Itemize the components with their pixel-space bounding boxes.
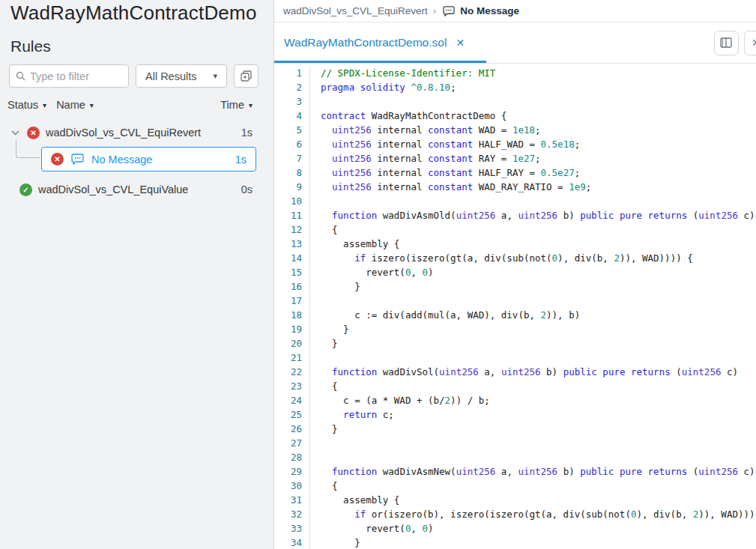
line-text bbox=[310, 194, 756, 208]
fail-status-icon: ✕ bbox=[27, 127, 40, 139]
line-number: 4 bbox=[274, 109, 310, 123]
code-line[interactable]: 29 function wadDivAsmNew(uint256 a, uint… bbox=[274, 464, 756, 479]
code-line[interactable]: 11 function wadDivAsmOld(uint256 a, uint… bbox=[274, 208, 756, 222]
code-line[interactable]: 7 uint256 internal constant RAY = 1e27; bbox=[274, 151, 756, 166]
column-status[interactable]: Status ▾ bbox=[7, 99, 46, 111]
chevron-down-icon: ▾ bbox=[213, 71, 217, 81]
column-time[interactable]: Time ▾ bbox=[220, 99, 252, 111]
rules-heading: Rules bbox=[10, 37, 51, 55]
line-number: 1 bbox=[274, 66, 310, 80]
filter-input[interactable] bbox=[30, 70, 112, 82]
chevron-down-icon[interactable] bbox=[7, 130, 22, 136]
expand-all-button[interactable] bbox=[234, 64, 258, 88]
code-line[interactable]: 23 { bbox=[274, 379, 756, 393]
sort-caret-icon: ▾ bbox=[90, 101, 94, 109]
message-bubble-icon bbox=[443, 6, 455, 16]
fail-status-icon: ✕ bbox=[51, 153, 64, 166]
sort-caret-icon: ▾ bbox=[43, 101, 46, 109]
code-line[interactable]: 28 bbox=[274, 450, 756, 464]
code-line[interactable]: 25 return c; bbox=[274, 407, 756, 422]
line-text: uint256 internal constant WAD_RAY_RATIO … bbox=[310, 180, 756, 194]
code-line[interactable]: 30 { bbox=[274, 479, 756, 493]
breadcrumb-parent[interactable]: wadDivSol_vs_CVL_EquiRevert bbox=[283, 5, 428, 16]
code-line[interactable]: 13 assembly { bbox=[274, 237, 756, 251]
active-tab-underline bbox=[274, 61, 486, 63]
line-text: { bbox=[310, 379, 756, 393]
line-text: function wadDivAsmOld(uint256 a, uint256… bbox=[310, 208, 756, 222]
line-number: 32 bbox=[274, 507, 310, 521]
line-number: 31 bbox=[274, 493, 310, 507]
column-status-label: Status bbox=[7, 99, 38, 111]
tree-row-no-message-selected[interactable]: ✕ No Message 1s bbox=[41, 147, 256, 172]
line-number: 16 bbox=[274, 279, 310, 294]
code-line[interactable]: 34 } bbox=[274, 536, 756, 549]
code-line[interactable]: 9 uint256 internal constant WAD_RAY_RATI… bbox=[274, 180, 756, 194]
rule-time: 1s bbox=[241, 127, 252, 139]
line-number: 14 bbox=[274, 251, 310, 265]
code-line[interactable]: 19 } bbox=[274, 322, 756, 336]
tab-close-icon[interactable]: ✕ bbox=[456, 37, 465, 48]
app-window: WadRayMathContractDemo Rules All Results… bbox=[0, 0, 756, 549]
line-text: return c; bbox=[310, 407, 756, 422]
code-line[interactable]: 22 function wadDivSol(uint256 a, uint256… bbox=[274, 365, 756, 379]
line-number: 6 bbox=[274, 137, 310, 151]
line-number: 23 bbox=[274, 379, 310, 393]
code-line[interactable]: 10 bbox=[274, 194, 756, 208]
code-line[interactable]: 17 bbox=[274, 294, 756, 308]
line-number: 12 bbox=[274, 222, 310, 237]
line-text: } bbox=[310, 322, 756, 336]
code-line[interactable]: 31 assembly { bbox=[274, 493, 756, 507]
tree-connector bbox=[16, 139, 40, 158]
line-number: 33 bbox=[274, 521, 310, 536]
code-line[interactable]: 15 revert(0, 0) bbox=[274, 265, 756, 279]
code-line[interactable]: 12 { bbox=[274, 222, 756, 237]
code-line[interactable]: 8 uint256 internal constant HALF_RAY = 0… bbox=[274, 166, 756, 180]
close-panel-button[interactable]: ✕ bbox=[744, 31, 756, 55]
code-line[interactable]: 2pragma solidity ^0.8.10; bbox=[274, 80, 756, 94]
column-name[interactable]: Name ▾ bbox=[56, 99, 94, 111]
message-bubble-icon bbox=[71, 154, 84, 165]
breadcrumb-current: No Message bbox=[460, 5, 519, 16]
breadcrumb: wadDivSol_vs_CVL_EquiRevert › No Message bbox=[274, 0, 756, 22]
line-number: 2 bbox=[274, 80, 310, 94]
code-line[interactable]: 6 uint256 internal constant HALF_WAD = 0… bbox=[274, 137, 756, 151]
line-number: 3 bbox=[274, 94, 310, 109]
line-number: 13 bbox=[274, 237, 310, 251]
run-title: WadRayMathContractDemo bbox=[10, 1, 257, 25]
line-text: contract WadRayMathContractDemo { bbox=[310, 109, 756, 123]
code-line[interactable]: 24 c = (a * WAD + (b/2)) / b; bbox=[274, 393, 756, 407]
line-text: } bbox=[310, 422, 756, 436]
code-area[interactable]: 1// SPDX-License-Identifier: MIT2pragma … bbox=[274, 66, 756, 549]
line-text: revert(0, 0) bbox=[310, 521, 756, 536]
code-line[interactable]: 1// SPDX-License-Identifier: MIT bbox=[274, 66, 756, 80]
tree-row-equivalue[interactable]: ✓ wadDivSol_vs_CVL_EquiValue 0s bbox=[0, 180, 252, 199]
rules-sidebar: WadRayMathContractDemo Rules All Results… bbox=[0, 0, 274, 549]
code-line[interactable]: 32 if or(iszero(b), iszero(iszero(gt(a, … bbox=[274, 507, 756, 521]
rules-controls: All Results ▾ bbox=[9, 64, 264, 88]
code-line[interactable]: 18 c := div(add(mul(a, WAD), div(b, 2)),… bbox=[274, 308, 756, 322]
line-text bbox=[310, 450, 756, 464]
tab-wadraymath-sol[interactable]: WadRayMathContractDemo.sol ✕ bbox=[274, 22, 486, 63]
line-text bbox=[310, 94, 756, 109]
code-line[interactable]: 5 uint256 internal constant WAD = 1e18; bbox=[274, 123, 756, 137]
line-number: 26 bbox=[274, 422, 310, 436]
code-line[interactable]: 4contract WadRayMathContractDemo { bbox=[274, 109, 756, 123]
code-line[interactable]: 26 } bbox=[274, 422, 756, 436]
line-text: uint256 internal constant WAD = 1e18; bbox=[310, 123, 756, 137]
line-number: 25 bbox=[274, 407, 310, 422]
code-line[interactable]: 21 bbox=[274, 351, 756, 365]
code-editor: 1// SPDX-License-Identifier: MIT2pragma … bbox=[274, 64, 756, 549]
code-line[interactable]: 33 revert(0, 0) bbox=[274, 521, 756, 536]
code-line[interactable]: 20 } bbox=[274, 336, 756, 351]
line-text: uint256 internal constant RAY = 1e27; bbox=[310, 151, 756, 166]
filter-box[interactable] bbox=[9, 64, 129, 88]
line-text: // SPDX-License-Identifier: MIT bbox=[310, 66, 756, 80]
code-line[interactable]: 27 bbox=[274, 436, 756, 450]
results-filter-dropdown[interactable]: All Results ▾ bbox=[136, 64, 227, 88]
line-number: 29 bbox=[274, 464, 310, 479]
code-line[interactable]: 3 bbox=[274, 94, 756, 109]
split-view-button[interactable] bbox=[714, 31, 739, 55]
code-line[interactable]: 16 } bbox=[274, 279, 756, 294]
line-number: 7 bbox=[274, 151, 310, 166]
code-line[interactable]: 14 if iszero(iszero(gt(a, div(sub(not(0)… bbox=[274, 251, 756, 265]
